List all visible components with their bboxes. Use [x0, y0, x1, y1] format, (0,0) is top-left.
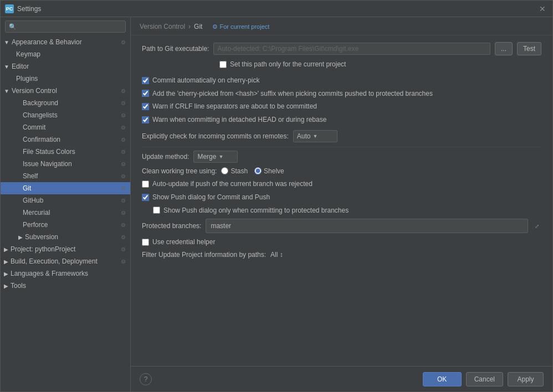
auto-update-checkbox[interactable]: [142, 180, 149, 188]
sidebar-item-file-status-colors[interactable]: File Status Colors ⚙: [1, 146, 130, 158]
build-icon: ⚙: [121, 259, 126, 265]
incoming-value: Auto: [297, 132, 311, 140]
sidebar-item-background[interactable]: Background ⚙: [1, 97, 130, 109]
path-input[interactable]: [213, 43, 490, 55]
sidebar-item-subversion[interactable]: ▶ Subversion ⚙: [1, 231, 130, 243]
help-button[interactable]: ?: [140, 373, 152, 385]
show-push-sub-row: Show Push dialog only when committing to…: [153, 206, 541, 215]
chevron-down-icon: ▼: [313, 133, 318, 139]
sidebar-item-changelists[interactable]: Changelists ⚙: [1, 109, 130, 121]
shelve-radio-item[interactable]: Shelve: [254, 167, 284, 175]
sidebar-item-editor[interactable]: ▼ Editor: [1, 60, 130, 73]
protected-branches-row: Protected branches: ⤢: [142, 219, 541, 233]
detached-head-checkbox[interactable]: [142, 116, 149, 123]
footer-buttons: OK Cancel Apply: [423, 372, 544, 386]
protected-branches-input[interactable]: [206, 219, 528, 233]
sidebar-item-commit[interactable]: Commit ⚙: [1, 121, 130, 133]
incoming-dropdown[interactable]: Auto ▼: [293, 130, 337, 142]
path-checkbox[interactable]: [219, 61, 227, 68]
window-title: Settings: [17, 5, 537, 13]
path-checkbox-label: Set this path only for the current proje…: [230, 60, 346, 69]
cherry-pick-suffix-row: Add the 'cherry-picked from <hash>' suff…: [142, 89, 541, 99]
test-button[interactable]: Test: [517, 42, 541, 55]
incoming-label: Explicitly check for incoming commits on…: [142, 132, 289, 140]
settings-window: PC Settings ✕ 🔍 ▼ Appearance & Behavior …: [0, 0, 553, 392]
sidebar-item-mercurial[interactable]: Mercurial ⚙: [1, 207, 130, 219]
show-push-checkbox[interactable]: [142, 194, 149, 201]
clean-working-row: Clean working tree using: Stash Shelve: [142, 167, 541, 175]
settings-icon: ⚙: [121, 39, 126, 45]
sidebar-item-perforce[interactable]: Perforce ⚙: [1, 219, 130, 231]
search-input[interactable]: [19, 23, 122, 30]
update-method-dropdown[interactable]: Merge ▼: [193, 151, 238, 163]
footer: ? OK Cancel Apply: [131, 366, 552, 391]
pf-icon: ⚙: [121, 222, 126, 228]
expand-arrow-build: ▶: [4, 259, 8, 265]
hg-icon: ⚙: [121, 210, 126, 216]
cherry-pick-label: Commit automatically on cherry-pick: [152, 76, 259, 85]
chevron-down-icon-2: ▼: [218, 154, 223, 159]
cherry-pick-suffix-label: Add the 'cherry-picked from <hash>' suff…: [152, 89, 433, 99]
sidebar-item-shelf[interactable]: Shelf ⚙: [1, 170, 130, 182]
path-checkbox-row: Set this path only for the current proje…: [219, 60, 541, 69]
expand-arrow-vc: ▼: [4, 88, 9, 94]
path-row: Path to Git executable: ... Test: [142, 42, 541, 55]
sidebar-item-project[interactable]: ▶ Project: pythonProject ⚙: [1, 243, 130, 255]
cherry-pick-row: Commit automatically on cherry-pick: [142, 76, 541, 85]
show-push-sub-checkbox[interactable]: [153, 207, 160, 214]
crlf-row: Warn if CRLF line separators are about t…: [142, 102, 541, 111]
sidebar: 🔍 ▼ Appearance & Behavior ⚙ Keymap ▼ Edi…: [1, 17, 131, 391]
shelve-label: Shelve: [264, 167, 284, 175]
cm-icon: ⚙: [121, 125, 126, 131]
breadcrumb-current: Git: [194, 23, 202, 30]
ok-button[interactable]: OK: [423, 372, 462, 386]
sidebar-item-appearance[interactable]: ▼ Appearance & Behavior ⚙: [1, 36, 130, 48]
sidebar-item-github[interactable]: GitHub ⚙: [1, 194, 130, 207]
update-method-label: Update method:: [142, 153, 189, 161]
cancel-button[interactable]: Cancel: [466, 372, 503, 386]
browse-button[interactable]: ...: [495, 42, 513, 55]
filter-value[interactable]: All ↕: [270, 251, 283, 259]
expand-arrow-editor: ▼: [4, 64, 9, 70]
incoming-row: Explicitly check for incoming commits on…: [142, 130, 541, 142]
app-icon: PC: [5, 4, 14, 13]
in-icon: ⚙: [121, 161, 126, 167]
sidebar-item-tools[interactable]: ▶ Tools: [1, 280, 130, 292]
apply-button[interactable]: Apply: [508, 372, 544, 386]
cherry-pick-suffix-checkbox[interactable]: [142, 90, 149, 97]
stash-radio-item[interactable]: Stash: [221, 167, 248, 175]
search-icon: 🔍: [9, 23, 17, 30]
sidebar-item-keymap[interactable]: Keymap: [1, 48, 130, 60]
expand-icon[interactable]: ⤢: [532, 222, 541, 230]
expand-arrow: ▼: [4, 39, 9, 45]
credential-label: Use credential helper: [152, 238, 215, 247]
title-bar: PC Settings ✕: [1, 1, 552, 17]
sidebar-item-confirmation[interactable]: Confirmation ⚙: [1, 133, 130, 146]
auto-update-row: Auto-update if push of the current branc…: [142, 179, 541, 189]
sidebar-item-version-control[interactable]: ▼ Version Control ⚙: [1, 85, 130, 97]
filter-label: Filter Update Project information by pat…: [142, 251, 266, 259]
stash-label: Stash: [231, 167, 248, 175]
project-link[interactable]: ⚙ For current project: [212, 23, 269, 30]
cherry-pick-checkbox[interactable]: [142, 77, 149, 84]
sidebar-item-languages[interactable]: ▶ Languages & Frameworks: [1, 267, 130, 280]
sidebar-item-build[interactable]: ▶ Build, Execution, Deployment ⚙: [1, 255, 130, 267]
close-button[interactable]: ✕: [537, 4, 548, 13]
stash-radio[interactable]: [221, 167, 228, 174]
sidebar-item-plugins[interactable]: Plugins: [1, 73, 130, 85]
shelve-radio[interactable]: [254, 167, 262, 174]
proj-icon: ⚙: [121, 246, 126, 252]
update-method-value: Merge: [197, 153, 216, 161]
cf-icon: ⚙: [121, 137, 126, 143]
crlf-checkbox[interactable]: [142, 103, 149, 110]
breadcrumb-root: Version Control: [140, 23, 185, 30]
main-panel: Version Control › Git ⚙ For current proj…: [131, 17, 552, 391]
search-box[interactable]: 🔍: [5, 20, 126, 33]
detached-head-label: Warn when committing in detached HEAD or…: [152, 115, 326, 125]
detached-head-row: Warn when committing in detached HEAD or…: [142, 115, 541, 125]
sidebar-item-issue-navigation[interactable]: Issue Navigation ⚙: [1, 158, 130, 170]
credential-checkbox[interactable]: [142, 239, 149, 246]
show-push-label: Show Push dialog for Commit and Push: [152, 193, 270, 202]
crlf-label: Warn if CRLF line separators are about t…: [152, 102, 317, 111]
sidebar-item-git[interactable]: Git ⚙: [1, 182, 130, 194]
